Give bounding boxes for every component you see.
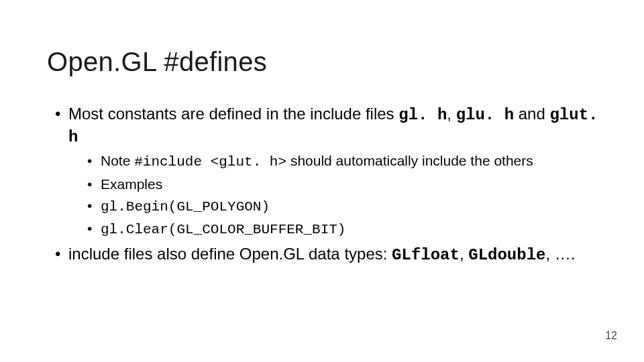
code-glbegin: gl.Begin(GL_POLYGON) bbox=[101, 199, 270, 215]
code-gldouble: GLdouble bbox=[468, 246, 545, 264]
text-fragment: and bbox=[514, 105, 549, 123]
sub-bullet-note: Note #include <glut. h> should automatic… bbox=[91, 152, 604, 172]
text-fragment: should automatically include the others bbox=[286, 153, 533, 168]
code-include-glut: #include <glut. h> bbox=[134, 154, 286, 170]
text-fragment: , bbox=[460, 245, 468, 263]
text-fragment: Note bbox=[101, 153, 134, 168]
slide: Open.GL #defines Most constants are defi… bbox=[0, 0, 644, 362]
bullet-list-level1: Most constants are defined in the includ… bbox=[47, 104, 604, 266]
text-fragment: , bbox=[447, 105, 455, 123]
code-gl-h: gl. h bbox=[398, 106, 447, 124]
page-number: 12 bbox=[605, 330, 617, 342]
code-glclear: gl.Clear(GL_COLOR_BUFFER_BIT) bbox=[101, 222, 345, 237]
slide-title: Open.GL #defines bbox=[47, 47, 604, 77]
code-glu-h: glu. h bbox=[456, 106, 514, 124]
text-fragment: , …. bbox=[545, 245, 575, 263]
text-fragment: Examples bbox=[101, 176, 162, 192]
sub-bullet-glclear: gl.Clear(GL_COLOR_BUFFER_BIT) bbox=[91, 219, 604, 239]
bullet-constants: Most constants are defined in the includ… bbox=[59, 104, 604, 240]
sub-bullet-glbegin: gl.Begin(GL_POLYGON) bbox=[91, 196, 604, 217]
bullet-list-level2: Note #include <glut. h> should automatic… bbox=[68, 152, 604, 239]
text-fragment: include files also define Open.GL data t… bbox=[68, 245, 392, 263]
text-fragment: Most constants are defined in the includ… bbox=[68, 105, 398, 123]
code-glfloat: GLfloat bbox=[392, 246, 460, 264]
sub-bullet-examples: Examples bbox=[91, 175, 604, 194]
bullet-datatypes: include files also define Open.GL data t… bbox=[59, 244, 604, 266]
